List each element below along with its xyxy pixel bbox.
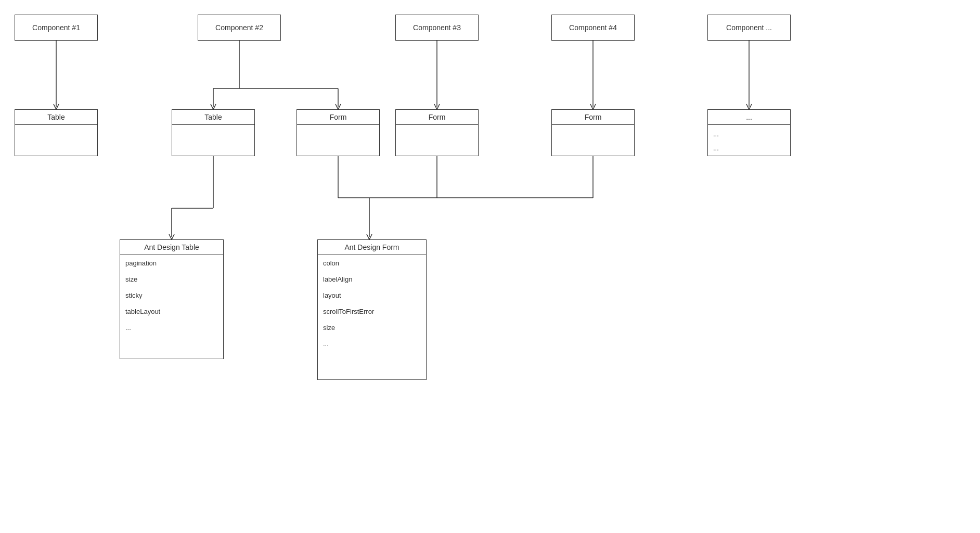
table-2-node: Table xyxy=(172,109,255,156)
table-1-body xyxy=(15,125,97,141)
ant-table-item-1: pagination xyxy=(120,255,223,271)
ant-design-table-node: Ant Design Table pagination size sticky … xyxy=(120,239,224,359)
form-3-body xyxy=(552,125,634,141)
ant-table-item-2: size xyxy=(120,271,223,287)
diagram: Component #1 Component #2 Component #3 C… xyxy=(0,0,980,533)
more-line2: ... xyxy=(713,141,785,155)
ant-table-item-3: sticky xyxy=(120,287,223,303)
ant-table-header: Ant Design Table xyxy=(120,240,223,255)
ant-table-item-5: ... xyxy=(120,320,223,336)
component-1-node: Component #1 xyxy=(15,15,98,41)
table-1-header: Table xyxy=(15,110,97,125)
form-2-body xyxy=(396,125,478,141)
component-more-node: Component ... xyxy=(707,15,791,41)
ant-form-item-5: size xyxy=(318,320,426,336)
more-node-header: ... xyxy=(708,110,790,125)
table-2-body xyxy=(172,125,254,141)
table-1-node: Table xyxy=(15,109,98,156)
ant-form-item-1: colon xyxy=(318,255,426,271)
component-3-node: Component #3 xyxy=(395,15,479,41)
more-node-body: ... ... xyxy=(708,125,790,156)
component-3-label: Component #3 xyxy=(409,21,465,34)
form-1-body xyxy=(297,125,379,141)
form-3-header: Form xyxy=(552,110,634,125)
more-line1: ... xyxy=(713,127,785,141)
ant-form-header: Ant Design Form xyxy=(318,240,426,255)
component-2-label: Component #2 xyxy=(211,21,267,34)
form-1-header: Form xyxy=(297,110,379,125)
ant-form-item-2: labelAlign xyxy=(318,271,426,287)
ant-form-item-3: layout xyxy=(318,287,426,303)
form-2-header: Form xyxy=(396,110,478,125)
ant-form-item-4: scrollToFirstError xyxy=(318,303,426,320)
form-1-node: Form xyxy=(296,109,380,156)
component-4-label: Component #4 xyxy=(565,21,621,34)
ant-design-form-node: Ant Design Form colon labelAlign layout … xyxy=(317,239,427,380)
ant-form-item-6: ... xyxy=(318,336,426,352)
component-1-label: Component #1 xyxy=(28,21,84,34)
component-2-node: Component #2 xyxy=(198,15,281,41)
ant-table-item-4: tableLayout xyxy=(120,303,223,320)
form-2-node: Form xyxy=(395,109,479,156)
table-2-header: Table xyxy=(172,110,254,125)
form-3-node: Form xyxy=(551,109,635,156)
more-node: ... ... ... xyxy=(707,109,791,156)
component-more-label: Component ... xyxy=(722,21,776,34)
component-4-node: Component #4 xyxy=(551,15,635,41)
